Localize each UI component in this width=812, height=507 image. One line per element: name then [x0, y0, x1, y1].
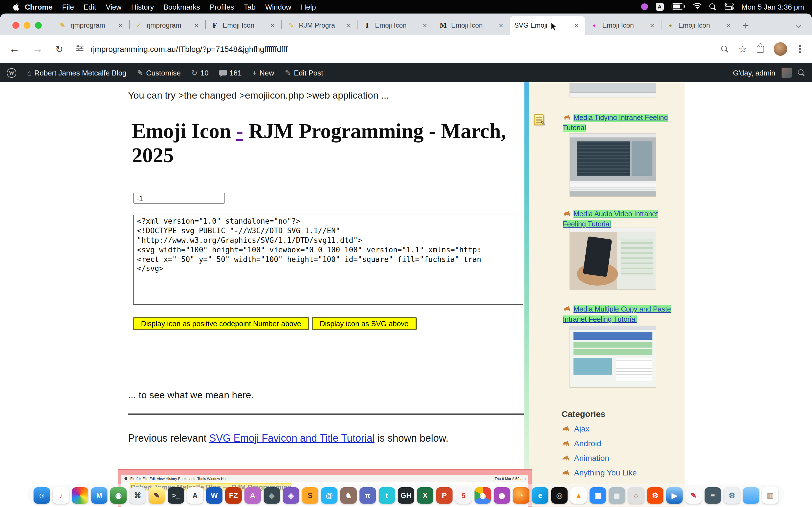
- menubar-item[interactable]: History: [131, 3, 154, 11]
- dock-app-icon[interactable]: ▣: [590, 487, 606, 503]
- tab-close-icon[interactable]: ×: [724, 21, 732, 30]
- battery-icon[interactable]: [671, 3, 685, 11]
- tab-close-icon[interactable]: ×: [497, 21, 505, 30]
- dock-app-icon[interactable]: t: [378, 487, 395, 503]
- tutorial-thumbnail[interactable]: [569, 326, 656, 388]
- dock-app-icon[interactable]: ◔: [513, 487, 529, 503]
- profile-avatar[interactable]: [773, 42, 787, 56]
- back-button[interactable]: ←: [9, 43, 20, 55]
- wp-greeting[interactable]: G'day, admin: [733, 68, 775, 77]
- dock-app-icon[interactable]: ◉: [474, 487, 491, 503]
- note-edit-icon[interactable]: ✎: [534, 114, 544, 125]
- dock-app-icon[interactable]: [72, 487, 88, 503]
- browser-tab-4[interactable]: ✎ RJM Progra ×: [282, 16, 357, 35]
- dock-app-icon[interactable]: ♪: [53, 487, 69, 503]
- category-item[interactable]: Animation: [562, 451, 637, 465]
- tab-close-icon[interactable]: ×: [192, 21, 201, 30]
- wp-comments-button[interactable]: 161: [219, 68, 242, 77]
- codepoint-input[interactable]: [133, 193, 225, 204]
- tutorial-link[interactable]: Media Multiple Copy and Paste Intranet F…: [563, 305, 671, 323]
- browser-tab-1[interactable]: ✎ rjmprogram ×: [54, 16, 129, 35]
- dock-app-icon[interactable]: ▶: [666, 487, 682, 503]
- dock-app-icon[interactable]: X: [417, 487, 434, 503]
- dock-app-icon[interactable]: π: [359, 487, 376, 503]
- dock-app-icon[interactable]: ◆: [264, 487, 280, 503]
- forward-button[interactable]: →: [32, 43, 43, 55]
- dock-app-icon[interactable]: >_: [168, 487, 184, 503]
- svg-code-textarea[interactable]: <?xml version="1.0" standalone="no"?> <!…: [133, 215, 523, 305]
- dock-app-icon[interactable]: ◈: [283, 487, 299, 503]
- menubar-item[interactable]: Tab: [244, 3, 256, 11]
- dock-app-icon[interactable]: ▥: [762, 487, 778, 503]
- dock-app-icon[interactable]: GH: [398, 487, 414, 503]
- dock-app-icon[interactable]: 5: [455, 487, 472, 503]
- apple-menu-icon[interactable]: [12, 3, 19, 11]
- dock-app-icon[interactable]: ⚙: [724, 487, 740, 503]
- menubar-item[interactable]: Profiles: [210, 3, 234, 11]
- dock-app-icon[interactable]: ⚙: [647, 487, 663, 503]
- dock-app-icon[interactable]: ◉: [110, 487, 126, 503]
- dock-app-icon[interactable]: A: [187, 487, 203, 503]
- wifi-icon[interactable]: [693, 3, 701, 11]
- tutorial-thumbnail[interactable]: [569, 133, 656, 196]
- browser-tab-9[interactable]: ● Emoji Icon ×: [661, 16, 737, 35]
- category-item[interactable]: Anything You Like: [562, 465, 637, 480]
- dock-app-icon[interactable]: P: [436, 487, 453, 503]
- spotlight-icon[interactable]: [709, 3, 716, 10]
- menubar-item[interactable]: File: [62, 3, 74, 11]
- dock-app-icon[interactable]: FZ: [225, 487, 242, 503]
- url-text[interactable]: rjmprogramming.com.au/ITblog/?p=71548&jg…: [91, 45, 288, 54]
- dock-app-icon[interactable]: ♞: [340, 487, 357, 503]
- menubar-item[interactable]: Bookmarks: [163, 3, 200, 11]
- display-codepoint-button[interactable]: Display icon as positive codepoint Numbe…: [133, 317, 309, 330]
- minimize-window-button[interactable]: [24, 22, 31, 29]
- tab-close-icon[interactable]: ×: [421, 21, 429, 30]
- dock-app-icon[interactable]: ✎: [686, 487, 702, 503]
- tutorial-link[interactable]: Media Tidying Intranet Feeling Tutorial: [563, 114, 668, 132]
- dock-app-icon[interactable]: ✎: [149, 487, 165, 503]
- tab-close-icon[interactable]: ×: [572, 21, 581, 30]
- zoom-window-button[interactable]: [35, 22, 42, 29]
- close-window-button[interactable]: [12, 22, 19, 29]
- browser-tab-7-active[interactable]: SVG Emoji ×: [510, 16, 585, 35]
- category-item[interactable]: Ajax: [562, 421, 637, 436]
- tab-close-icon[interactable]: ×: [268, 21, 277, 30]
- menubar-app-name[interactable]: Chrome: [25, 3, 52, 11]
- browser-tab-8[interactable]: ● Emoji Icon ×: [585, 16, 661, 35]
- new-tab-button[interactable]: +: [743, 20, 749, 32]
- wp-customise-button[interactable]: ✎Customise: [137, 68, 181, 77]
- dock-app-icon[interactable]: M: [91, 487, 107, 503]
- menubar-clock[interactable]: Mon 5 Jan 3:36 pm: [741, 3, 804, 11]
- browser-tab-5[interactable]: I Emoji Icon ×: [358, 16, 434, 35]
- dock-app-icon[interactable]: ⌘: [130, 487, 146, 503]
- post-title-link[interactable]: -: [236, 119, 243, 143]
- dock-app-icon[interactable]: S: [302, 487, 318, 503]
- wp-new-button[interactable]: +New: [252, 68, 274, 77]
- browser-tab-3[interactable]: F Emoji Icon ×: [206, 16, 282, 35]
- menubar-item[interactable]: View: [106, 3, 121, 11]
- wp-admin-avatar[interactable]: [781, 68, 792, 78]
- site-info-icon[interactable]: [76, 44, 84, 54]
- browser-tab-6[interactable]: M Emoji Icon ×: [434, 16, 510, 35]
- omnibox[interactable]: rjmprogramming.com.au/ITblog/?p=71548&jg…: [76, 44, 709, 54]
- dock-app-icon[interactable]: A: [245, 487, 261, 503]
- dock-app-icon[interactable]: [743, 487, 759, 503]
- browser-tab-2[interactable]: ✓ rjmprogram ×: [130, 16, 205, 35]
- dock-app-icon[interactable]: @: [321, 487, 338, 503]
- wp-updates-button[interactable]: ↻10: [192, 68, 209, 77]
- extensions-icon[interactable]: [756, 45, 764, 53]
- status-dot-icon[interactable]: [641, 3, 648, 10]
- bookmark-star-icon[interactable]: ☆: [739, 43, 747, 55]
- dock-app-icon[interactable]: ◼: [609, 487, 625, 503]
- wp-edit-post-button[interactable]: ✎Edit Post: [285, 68, 323, 77]
- wp-logo-button[interactable]: W: [7, 68, 16, 77]
- wp-site-name-button[interactable]: ⌂Robert James Metcalfe Blog: [27, 68, 126, 77]
- dock-app-icon[interactable]: ▲: [570, 487, 587, 503]
- category-item[interactable]: Android: [562, 436, 637, 451]
- dock-app-icon[interactable]: ◌: [628, 487, 644, 503]
- dock-app-icon[interactable]: W: [206, 487, 222, 503]
- previous-tutorial-link[interactable]: SVG Emoji Favicon and Title Tutorial: [209, 433, 374, 444]
- reload-button[interactable]: ↻: [55, 43, 63, 55]
- tutorial-link[interactable]: Media Audio Video Intranet Feeling Tutor…: [563, 210, 658, 228]
- wp-search-icon[interactable]: [798, 69, 805, 76]
